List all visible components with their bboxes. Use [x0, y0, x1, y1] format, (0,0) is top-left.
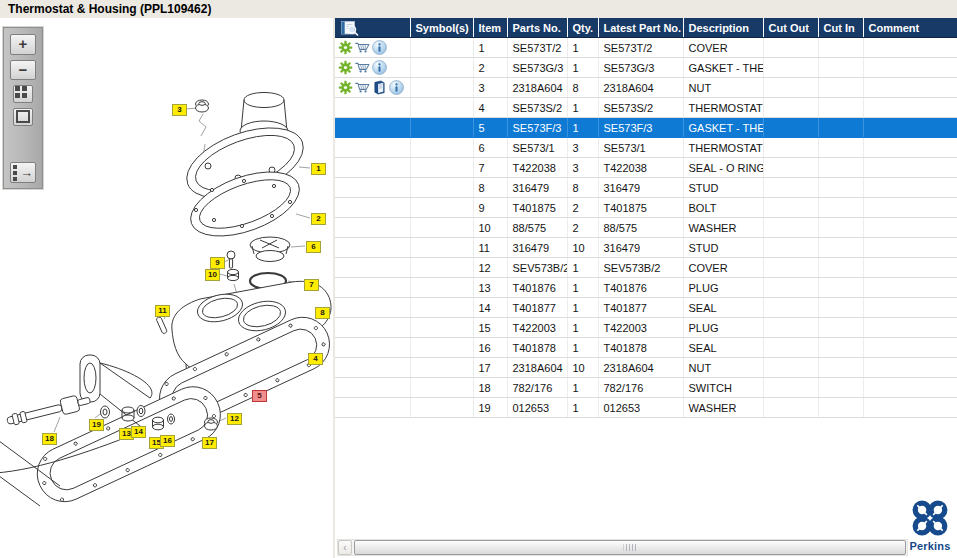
callout-12[interactable]: 12 [227, 413, 242, 425]
part-row-14[interactable]: 14T4018771T401877SEAL [335, 298, 957, 318]
single-view-button[interactable] [13, 108, 33, 126]
callout-6[interactable]: 6 [306, 241, 321, 253]
cell-cut_out [763, 118, 818, 138]
cell-parts_no: 2318A604 [507, 78, 567, 98]
row-actions-cell [335, 218, 410, 238]
table-header-row: Symbol(s)ItemParts No.Qty.Latest Part No… [335, 18, 957, 38]
part-row-1[interactable]: 1SE573T/21SE573T/2COVER [335, 38, 957, 58]
cell-comment [863, 118, 957, 138]
cell-latest_part_no: T401875 [598, 198, 683, 218]
cell-comment [863, 218, 957, 238]
column-header-icons[interactable] [335, 18, 410, 38]
part-row-4[interactable]: 4SE573S/21SE573S/2THERMOSTAT I [335, 98, 957, 118]
cell-cut_out [763, 98, 818, 118]
part-row-6[interactable]: 6SE573/13SE573/1THERMOSTAT [335, 138, 957, 158]
callout-5[interactable]: 5 [252, 390, 267, 402]
part-row-10[interactable]: 1088/575288/575WASHER [335, 218, 957, 238]
callout-8[interactable]: 8 [315, 307, 330, 319]
cell-item: 19 [473, 398, 507, 418]
callout-19[interactable]: 19 [89, 419, 104, 431]
cell-comment [863, 298, 957, 318]
column-header-latest_part_no[interactable]: Latest Part No. [598, 18, 683, 38]
info-icon[interactable] [389, 80, 404, 95]
callout-9[interactable]: 9 [210, 257, 225, 269]
callout-1[interactable]: 1 [311, 163, 326, 175]
part-row-8[interactable]: 83164798316479STUD [335, 178, 957, 198]
part-row-7[interactable]: 7T4220383T422038SEAL - O RING [335, 158, 957, 178]
part-row-3[interactable]: 32318A60482318A604NUT [335, 78, 957, 98]
info-icon[interactable] [372, 60, 387, 75]
callout-11[interactable]: 11 [155, 305, 170, 317]
part-row-2[interactable]: 2SE573G/31SE573G/3GASKET - THER [335, 58, 957, 78]
callout-17[interactable]: 17 [202, 437, 217, 449]
column-header-qty[interactable]: Qty. [567, 18, 598, 38]
cell-description: SWITCH [683, 378, 763, 398]
cell-latest_part_no: 2318A604 [598, 78, 683, 98]
zoom-out-button[interactable]: − [10, 60, 36, 81]
part-row-9[interactable]: 9T4018752T401875BOLT [335, 198, 957, 218]
cell-latest_part_no: SE573S/2 [598, 98, 683, 118]
cart-icon[interactable] [355, 60, 370, 75]
callout-3[interactable]: 3 [172, 104, 187, 116]
cell-parts_no: T401875 [507, 198, 567, 218]
column-header-comment[interactable]: Comment [863, 18, 957, 38]
callout-7[interactable]: 7 [304, 279, 319, 291]
callout-18[interactable]: 18 [42, 433, 57, 445]
horizontal-scrollbar[interactable]: ‹ [337, 539, 908, 556]
cell-latest_part_no: 782/176 [598, 378, 683, 398]
part-row-16[interactable]: 16T4018781T401878SEAL [335, 338, 957, 358]
part-row-19[interactable]: 190126531012653WASHER [335, 398, 957, 418]
cell-latest_part_no: SE573T/2 [598, 38, 683, 58]
column-header-symbols[interactable]: Symbol(s) [410, 18, 473, 38]
cell-latest_part_no: T422038 [598, 158, 683, 178]
cell-parts_no: T401878 [507, 338, 567, 358]
cell-symbols [410, 138, 473, 158]
cell-qty: 1 [567, 58, 598, 78]
column-header-parts_no[interactable]: Parts No. [507, 18, 567, 38]
scroll-left-button[interactable]: ‹ [338, 540, 352, 555]
callout-10[interactable]: 10 [205, 269, 220, 281]
column-header-cut_out[interactable]: Cut Out [763, 18, 818, 38]
cell-description: GASKET - THER [683, 58, 763, 78]
gear-icon[interactable] [338, 40, 353, 55]
part-row-12[interactable]: 12SEV573B/21SEV573B/2COVER [335, 258, 957, 278]
callout-4[interactable]: 4 [308, 353, 323, 365]
exploded-diagram [0, 18, 333, 558]
cell-item: 2 [473, 58, 507, 78]
gear-icon[interactable] [338, 60, 353, 75]
export-list-button[interactable]: → [10, 162, 36, 183]
column-header-cut_in[interactable]: Cut In [818, 18, 863, 38]
cell-item: 18 [473, 378, 507, 398]
part-row-18[interactable]: 18782/1761782/176SWITCH [335, 378, 957, 398]
cell-comment [863, 258, 957, 278]
info-icon[interactable] [372, 40, 387, 55]
part-row-17[interactable]: 172318A604102318A604NUT [335, 358, 957, 378]
cell-parts_no: SE573T/2 [507, 38, 567, 58]
arrow-right-icon: → [20, 166, 33, 180]
tile-view-button[interactable] [13, 85, 33, 103]
callout-2[interactable]: 2 [311, 213, 326, 225]
column-header-description[interactable]: Description [683, 18, 763, 38]
gear-icon[interactable] [338, 80, 353, 95]
cell-latest_part_no: SE573G/3 [598, 58, 683, 78]
cell-latest_part_no: SEV573B/2 [598, 258, 683, 278]
part-row-11[interactable]: 1131647910316479STUD [335, 238, 957, 258]
column-header-item[interactable]: Item [473, 18, 507, 38]
callout-16[interactable]: 16 [160, 435, 175, 447]
parts-table-body: 1SE573T/21SE573T/2COVER2SE573G/31SE573G/… [335, 38, 957, 418]
zoom-in-button[interactable]: + [10, 34, 36, 55]
scrollbar-thumb[interactable] [354, 540, 906, 555]
cart-icon[interactable] [355, 80, 370, 95]
cell-comment [863, 398, 957, 418]
part-row-15[interactable]: 15T4220031T422003PLUG [335, 318, 957, 338]
part-plug-10 [228, 269, 239, 280]
cell-item: 17 [473, 358, 507, 378]
book-icon[interactable] [372, 80, 387, 95]
part-row-13[interactable]: 13T4018761T401876PLUG [335, 278, 957, 298]
cell-symbols [410, 78, 473, 98]
cart-icon[interactable] [355, 40, 370, 55]
callout-14[interactable]: 14 [131, 426, 146, 438]
part-row-5[interactable]: 5SE573F/31SE573F/3GASKET - THER [335, 118, 957, 138]
cell-description: WASHER [683, 218, 763, 238]
cell-item: 6 [473, 138, 507, 158]
